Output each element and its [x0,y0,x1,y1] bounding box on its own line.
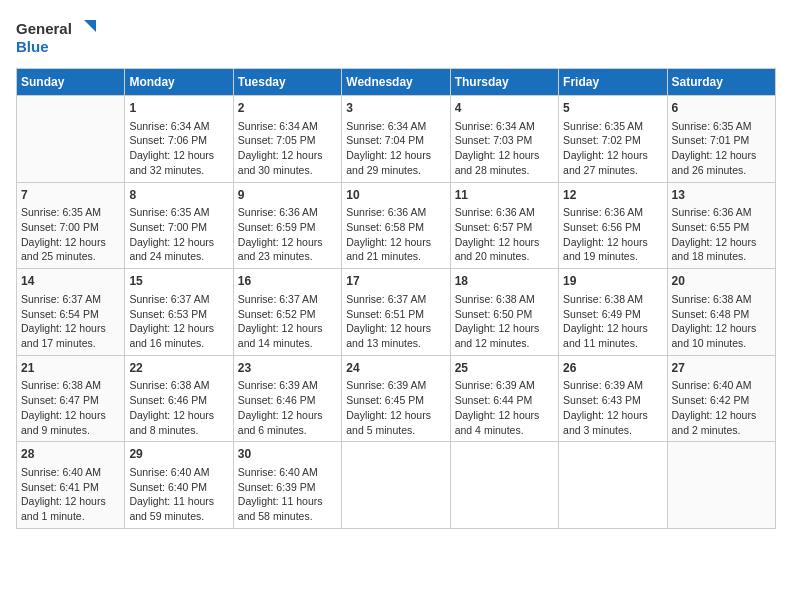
calendar-week-1: 7Sunrise: 6:35 AMSunset: 7:00 PMDaylight… [17,182,776,269]
cell-info: Sunset: 6:45 PM [346,393,445,408]
column-header-wednesday: Wednesday [342,69,450,96]
calendar-cell: 9Sunrise: 6:36 AMSunset: 6:59 PMDaylight… [233,182,341,269]
calendar-table: SundayMondayTuesdayWednesdayThursdayFrid… [16,68,776,529]
calendar-cell [450,442,558,529]
cell-info: Sunrise: 6:40 AM [238,465,337,480]
calendar-cell: 13Sunrise: 6:36 AMSunset: 6:55 PMDayligh… [667,182,775,269]
day-number: 5 [563,100,662,117]
calendar-cell: 24Sunrise: 6:39 AMSunset: 6:45 PMDayligh… [342,355,450,442]
cell-info: Sunset: 6:58 PM [346,220,445,235]
svg-text:Blue: Blue [16,38,49,55]
cell-info: Sunrise: 6:37 AM [129,292,228,307]
cell-info: Daylight: 12 hours and 18 minutes. [672,235,771,264]
calendar-cell: 28Sunrise: 6:40 AMSunset: 6:41 PMDayligh… [17,442,125,529]
column-header-sunday: Sunday [17,69,125,96]
logo-svg: General Blue [16,16,106,58]
cell-info: Daylight: 12 hours and 16 minutes. [129,321,228,350]
calendar-week-3: 21Sunrise: 6:38 AMSunset: 6:47 PMDayligh… [17,355,776,442]
calendar-cell: 20Sunrise: 6:38 AMSunset: 6:48 PMDayligh… [667,269,775,356]
cell-info: Sunset: 6:55 PM [672,220,771,235]
cell-info: Sunrise: 6:34 AM [455,119,554,134]
cell-info: Sunset: 6:54 PM [21,307,120,322]
calendar-cell: 4Sunrise: 6:34 AMSunset: 7:03 PMDaylight… [450,96,558,183]
day-number: 26 [563,360,662,377]
cell-info: Sunset: 6:40 PM [129,480,228,495]
calendar-cell [559,442,667,529]
calendar-cell: 29Sunrise: 6:40 AMSunset: 6:40 PMDayligh… [125,442,233,529]
calendar-cell: 27Sunrise: 6:40 AMSunset: 6:42 PMDayligh… [667,355,775,442]
cell-info: Sunrise: 6:40 AM [21,465,120,480]
day-number: 30 [238,446,337,463]
cell-info: Sunset: 6:56 PM [563,220,662,235]
cell-info: Sunset: 7:06 PM [129,133,228,148]
calendar-week-0: 1Sunrise: 6:34 AMSunset: 7:06 PMDaylight… [17,96,776,183]
cell-info: Daylight: 12 hours and 5 minutes. [346,408,445,437]
svg-text:General: General [16,20,72,37]
cell-info: Sunrise: 6:39 AM [455,378,554,393]
cell-info: Daylight: 12 hours and 32 minutes. [129,148,228,177]
cell-info: Sunset: 6:43 PM [563,393,662,408]
cell-info: Daylight: 12 hours and 23 minutes. [238,235,337,264]
page-header: General Blue [16,16,776,58]
calendar-cell: 7Sunrise: 6:35 AMSunset: 7:00 PMDaylight… [17,182,125,269]
calendar-cell: 30Sunrise: 6:40 AMSunset: 6:39 PMDayligh… [233,442,341,529]
cell-info: Daylight: 12 hours and 28 minutes. [455,148,554,177]
cell-info: Sunrise: 6:36 AM [455,205,554,220]
day-number: 19 [563,273,662,290]
cell-info: Sunrise: 6:35 AM [672,119,771,134]
cell-info: Sunset: 7:05 PM [238,133,337,148]
cell-info: Sunset: 7:00 PM [21,220,120,235]
svg-marker-2 [84,20,96,32]
calendar-cell: 23Sunrise: 6:39 AMSunset: 6:46 PMDayligh… [233,355,341,442]
cell-info: Daylight: 12 hours and 20 minutes. [455,235,554,264]
day-number: 27 [672,360,771,377]
cell-info: Daylight: 12 hours and 3 minutes. [563,408,662,437]
cell-info: Sunset: 7:02 PM [563,133,662,148]
cell-info: Daylight: 11 hours and 58 minutes. [238,494,337,523]
cell-info: Sunrise: 6:40 AM [129,465,228,480]
column-header-tuesday: Tuesday [233,69,341,96]
cell-info: Sunrise: 6:36 AM [238,205,337,220]
day-number: 7 [21,187,120,204]
calendar-cell [667,442,775,529]
cell-info: Daylight: 12 hours and 25 minutes. [21,235,120,264]
cell-info: Sunset: 6:52 PM [238,307,337,322]
calendar-cell: 21Sunrise: 6:38 AMSunset: 6:47 PMDayligh… [17,355,125,442]
cell-info: Sunrise: 6:35 AM [21,205,120,220]
cell-info: Daylight: 12 hours and 11 minutes. [563,321,662,350]
cell-info: Sunset: 6:42 PM [672,393,771,408]
day-number: 21 [21,360,120,377]
cell-info: Daylight: 12 hours and 10 minutes. [672,321,771,350]
cell-info: Sunset: 7:03 PM [455,133,554,148]
calendar-cell [342,442,450,529]
cell-info: Sunrise: 6:37 AM [21,292,120,307]
cell-info: Daylight: 12 hours and 12 minutes. [455,321,554,350]
cell-info: Sunset: 6:57 PM [455,220,554,235]
cell-info: Daylight: 12 hours and 30 minutes. [238,148,337,177]
day-number: 14 [21,273,120,290]
cell-info: Sunrise: 6:38 AM [455,292,554,307]
cell-info: Daylight: 12 hours and 21 minutes. [346,235,445,264]
day-number: 2 [238,100,337,117]
cell-info: Daylight: 12 hours and 26 minutes. [672,148,771,177]
cell-info: Sunrise: 6:34 AM [238,119,337,134]
day-number: 12 [563,187,662,204]
calendar-week-4: 28Sunrise: 6:40 AMSunset: 6:41 PMDayligh… [17,442,776,529]
cell-info: Daylight: 12 hours and 17 minutes. [21,321,120,350]
cell-info: Sunset: 6:46 PM [238,393,337,408]
day-number: 24 [346,360,445,377]
cell-info: Daylight: 12 hours and 19 minutes. [563,235,662,264]
day-number: 28 [21,446,120,463]
cell-info: Sunrise: 6:38 AM [672,292,771,307]
day-number: 13 [672,187,771,204]
cell-info: Sunrise: 6:39 AM [346,378,445,393]
calendar-cell: 16Sunrise: 6:37 AMSunset: 6:52 PMDayligh… [233,269,341,356]
cell-info: Sunrise: 6:35 AM [129,205,228,220]
cell-info: Daylight: 12 hours and 6 minutes. [238,408,337,437]
calendar-cell: 3Sunrise: 6:34 AMSunset: 7:04 PMDaylight… [342,96,450,183]
cell-info: Sunset: 7:00 PM [129,220,228,235]
cell-info: Daylight: 12 hours and 9 minutes. [21,408,120,437]
calendar-week-2: 14Sunrise: 6:37 AMSunset: 6:54 PMDayligh… [17,269,776,356]
cell-info: Sunrise: 6:39 AM [238,378,337,393]
day-number: 11 [455,187,554,204]
